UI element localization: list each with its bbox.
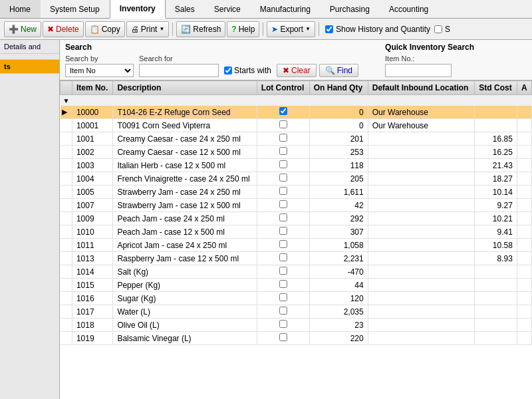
cell-al xyxy=(517,146,531,159)
filter-al-cell xyxy=(517,95,531,106)
lot-control-checkbox[interactable] xyxy=(279,227,287,235)
cell-lot-control[interactable] xyxy=(257,146,309,159)
table-row[interactable]: 1016Sugar (Kg)120 xyxy=(61,292,532,305)
table-row[interactable]: 1013Raspberry Jam - case 12 x 500 ml2,23… xyxy=(61,252,532,265)
cell-lot-control[interactable] xyxy=(257,292,309,305)
menu-manufacturing[interactable]: Manufacturing xyxy=(251,0,321,18)
filter-cost-cell xyxy=(475,95,517,106)
table-row[interactable]: 1014Salt (Kg)-470 xyxy=(61,265,532,279)
menu-system-setup[interactable]: System Setup xyxy=(41,0,110,18)
row-indicator xyxy=(61,199,72,212)
show-history-checkbox-label[interactable]: Show History and Quantity xyxy=(325,25,430,34)
cell-default-inbound xyxy=(368,186,475,199)
refresh-button[interactable]: 🔄 Refresh xyxy=(176,21,225,37)
cell-lot-control[interactable] xyxy=(257,239,309,252)
table-row[interactable]: 1017Water (L)2,035 xyxy=(61,305,532,319)
lot-control-checkbox[interactable] xyxy=(279,280,287,288)
cell-lot-control[interactable] xyxy=(257,172,309,186)
filter-lot-cell xyxy=(257,95,309,106)
table-row[interactable]: 1011Apricot Jam - case 24 x 250 ml1,0581… xyxy=(61,239,532,252)
cell-std-cost xyxy=(475,292,517,305)
clear-button[interactable]: ✖ Clear xyxy=(277,64,317,77)
cell-lot-control[interactable] xyxy=(257,159,309,172)
menu-purchasing[interactable]: Purchasing xyxy=(321,0,380,18)
menu-service[interactable]: Service xyxy=(205,0,251,18)
row-indicator xyxy=(61,252,72,265)
cell-lot-control[interactable] xyxy=(257,225,309,239)
lot-control-checkbox[interactable] xyxy=(279,147,287,155)
table-row[interactable]: 1019Balsamic Vinegar (L)220 xyxy=(61,332,532,345)
table-row[interactable]: 1009Peach Jam - case 24 x 250 ml29210.21 xyxy=(61,212,532,225)
cell-lot-control[interactable] xyxy=(257,106,309,119)
menu-sales[interactable]: Sales xyxy=(166,0,205,18)
find-button[interactable]: 🔍 Find xyxy=(319,64,358,77)
lot-control-checkbox[interactable] xyxy=(279,213,287,221)
cell-description: Apricot Jam - case 24 x 250 ml xyxy=(113,239,257,252)
sidebar: Details and ts xyxy=(0,40,60,399)
menu-home[interactable]: Home xyxy=(0,0,41,18)
table-row[interactable]: 1003Italian Herb - case 12 x 500 ml11821… xyxy=(61,159,532,172)
export-button[interactable]: ➤ Export ▼ xyxy=(267,21,315,37)
lot-control-checkbox[interactable] xyxy=(279,120,287,128)
lot-control-checkbox[interactable] xyxy=(279,107,287,115)
lot-control-checkbox[interactable] xyxy=(279,174,287,182)
cell-item-no: 1005 xyxy=(72,186,112,199)
lot-control-checkbox[interactable] xyxy=(279,293,287,301)
table-row[interactable]: 1018Olive Oil (L)23 xyxy=(61,319,532,332)
show-history-checkbox[interactable] xyxy=(325,25,333,33)
new-button[interactable]: ➕ New xyxy=(4,21,41,37)
cell-lot-control[interactable] xyxy=(257,319,309,332)
row-indicator xyxy=(61,239,72,252)
cell-lot-control[interactable] xyxy=(257,252,309,265)
cell-lot-control[interactable] xyxy=(257,119,309,132)
sidebar-item-ts[interactable]: ts xyxy=(0,60,59,74)
lot-control-checkbox[interactable] xyxy=(279,134,287,142)
lot-control-checkbox[interactable] xyxy=(279,200,287,208)
row-indicator xyxy=(61,119,72,132)
delete-button[interactable]: ✖ Delete xyxy=(43,21,84,37)
cell-on-hand-qty: 220 xyxy=(309,332,368,345)
lot-control-checkbox[interactable] xyxy=(279,240,287,248)
help-icon: ? xyxy=(231,25,236,34)
cell-lot-control[interactable] xyxy=(257,265,309,279)
lot-control-checkbox[interactable] xyxy=(279,333,287,341)
table-row[interactable]: 10001T0091 Corn Seed Vipterra0Our Wareho… xyxy=(61,119,532,132)
table-row[interactable]: 1015Pepper (Kg)44 xyxy=(61,279,532,292)
cell-lot-control[interactable] xyxy=(257,199,309,212)
cell-lot-control[interactable] xyxy=(257,332,309,345)
lot-control-checkbox[interactable] xyxy=(279,320,287,328)
table-row[interactable]: 1005Strawberry Jam - case 24 x 250 ml1,6… xyxy=(61,186,532,199)
table-row[interactable]: 1001Creamy Caesar - case 24 x 250 ml2011… xyxy=(61,132,532,146)
lot-control-checkbox[interactable] xyxy=(279,253,287,261)
lot-control-checkbox[interactable] xyxy=(279,187,287,195)
cell-lot-control[interactable] xyxy=(257,305,309,319)
search-by-select[interactable]: Item No Description Vendor Item No xyxy=(65,64,134,77)
cell-lot-control[interactable] xyxy=(257,212,309,225)
help-button[interactable]: ? Help xyxy=(227,21,259,37)
menu-accounting[interactable]: Accounting xyxy=(380,0,438,18)
extra-checkbox[interactable] xyxy=(434,25,442,33)
menu-inventory[interactable]: Inventory xyxy=(110,0,166,19)
print-dropdown-icon: ▼ xyxy=(159,26,164,32)
cell-lot-control[interactable] xyxy=(257,186,309,199)
cell-lot-control[interactable] xyxy=(257,279,309,292)
table-row[interactable]: 1004French Vinaigrette - case 24 x 250 m… xyxy=(61,172,532,186)
sidebar-item-2[interactable] xyxy=(0,54,59,60)
cell-lot-control[interactable] xyxy=(257,132,309,146)
table-row[interactable]: 1010Peach Jam - case 12 x 500 ml3079.41 xyxy=(61,225,532,239)
sidebar-item-details[interactable]: Details and xyxy=(0,40,59,54)
table-row[interactable]: ▶10000T104-26 E-Z Refuge Corn Seed0Our W… xyxy=(61,106,532,119)
table-row[interactable]: 1007Strawberry Jam - case 12 x 500 ml429… xyxy=(61,199,532,212)
starts-with-checkbox[interactable] xyxy=(224,66,232,74)
print-button[interactable]: 🖨 Print ▼ xyxy=(126,21,170,37)
lot-control-checkbox[interactable] xyxy=(279,160,287,168)
lot-control-checkbox[interactable] xyxy=(279,267,287,275)
lot-control-checkbox[interactable] xyxy=(279,307,287,315)
cell-std-cost: 9.41 xyxy=(475,225,517,239)
copy-button[interactable]: 📋 Copy xyxy=(85,21,125,37)
extra-checkbox-label[interactable]: S xyxy=(434,25,450,34)
search-for-input[interactable] xyxy=(139,64,219,77)
copy-icon: 📋 xyxy=(90,25,100,34)
table-row[interactable]: 1002Creamy Caesar - case 12 x 500 ml2531… xyxy=(61,146,532,159)
quick-item-no-input[interactable] xyxy=(385,64,452,77)
